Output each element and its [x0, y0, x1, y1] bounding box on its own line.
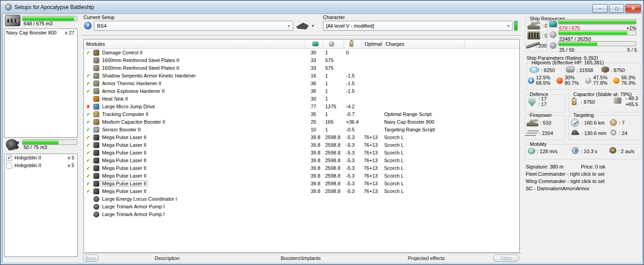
module-row[interactable]: ✔Mega Pulse Laser II39.82598.8-5.376+13S…	[84, 134, 519, 141]
module-cpu: 33	[311, 65, 316, 71]
module-row[interactable]: ✔Mega Pulse Laser II39.82598.8-5.376+13S…	[84, 149, 519, 157]
module-row[interactable]: Heat Sink II301	[84, 95, 519, 103]
module-name: Damage Control II	[101, 50, 143, 55]
fleet-commander-text[interactable]: Fleet Commander - right click to set	[526, 171, 605, 177]
titlebar[interactable]: Setups for Apocalypse Battleship — ▢ ✕	[1, 1, 643, 14]
fitted-check-icon: ✔	[86, 181, 90, 187]
module-row[interactable]: ✔Mega Pulse Laser II39.82598.8-5.376+13S…	[84, 180, 519, 188]
sensor-strength-value: : 24	[619, 130, 627, 136]
capacitor-amount-value: : 8750	[581, 99, 595, 105]
module-row[interactable]: 1600mm Reinforced Steel Plates II33575	[84, 64, 519, 72]
pulse-laser-icon	[93, 150, 99, 156]
capacitor-column-icon[interactable]	[350, 41, 353, 47]
module-cpu: 35	[311, 111, 316, 117]
combo-arrow-icon[interactable]: ▼	[505, 22, 512, 30]
drone-item[interactable]: ✔Hobgoblin IIx 5	[5, 154, 77, 162]
module-row[interactable]: Large Trimark Armor Pump I	[84, 211, 519, 218]
tab-projected-effects[interactable]: Projected effects	[408, 255, 445, 261]
character-label: Character	[323, 14, 345, 20]
armor-hp-icon	[566, 67, 575, 72]
module-cap-use: -5.3	[346, 173, 355, 178]
powergrid-column-icon[interactable]	[329, 41, 334, 47]
module-row[interactable]: ✔Mega Pulse Laser II39.82598.8-5.376+13S…	[84, 157, 519, 164]
module-row[interactable]: ✔Damage Control II3010	[84, 49, 519, 57]
stats-button[interactable]: Stats	[493, 255, 519, 262]
current-setup-label: Current Setup	[83, 14, 114, 20]
module-cap-use: -5.3	[346, 188, 355, 194]
module-name: Large Trimark Armor Pump I	[101, 212, 166, 217]
module-optimal: 76+13	[364, 181, 378, 186]
scan-resolution-value: : 130.6 mm	[581, 130, 606, 136]
drone-list[interactable]: ✔Hobgoblin IIx 5Hobgoblin IIx 5	[4, 154, 78, 257]
capacitor-drain-value: - 48.3	[625, 96, 638, 101]
tab-description[interactable]: Description	[155, 255, 180, 261]
cpu-column-icon[interactable]	[312, 42, 318, 46]
cargo-item[interactable]: Navy Cap Booster 800x 27	[5, 29, 77, 37]
module-row[interactable]: ✔Mega Pulse Laser II39.82598.8-5.376+13S…	[84, 141, 519, 149]
module-row[interactable]: 1600mm Reinforced Steel Plates II33575	[84, 57, 519, 64]
module-row[interactable]: ✔Tracking Computer II351-0.7Optimal Rang…	[84, 111, 519, 118]
checkbox-checked[interactable]: ✔	[6, 155, 12, 161]
combo-arrow-icon[interactable]: ▼	[285, 22, 293, 30]
targeting-title: Targeting	[572, 112, 595, 118]
cargo-list[interactable]: Navy Cap Booster 800x 27	[4, 29, 78, 138]
tab-boosters-implants[interactable]: Boosters\Implants	[281, 255, 321, 261]
module-row[interactable]: Large Trimark Armor Pump I	[84, 203, 519, 211]
optimal-column-header[interactable]: Optimal	[365, 41, 382, 47]
module-cap-use: -0.7	[346, 111, 355, 117]
module-row[interactable]: ✔Medium Capacitor Booster II25165+36.4Na…	[84, 118, 519, 126]
hull-hp-value: : 8750	[611, 67, 625, 73]
kinetic-resist-icon	[585, 77, 591, 84]
bays-button[interactable]: Bays	[83, 255, 99, 262]
cap-booster-icon	[93, 119, 99, 125]
targeting-range-value: : 160.6 km	[581, 120, 605, 125]
capacitor-amount-icon	[572, 98, 576, 105]
max-targets-icon	[610, 119, 617, 126]
module-name: Large Energy Locus Coordinator I	[101, 196, 178, 202]
module-row[interactable]: ✔Armor Thermic Hardener II361-1.5	[84, 80, 519, 87]
module-powergrid: 2598.8	[325, 181, 341, 186]
fitted-check-icon: ✔	[86, 135, 90, 140]
help-icon[interactable]: ?	[84, 22, 92, 29]
rig-icon	[93, 196, 99, 202]
module-row[interactable]: ✔Armor Explosive Hardener II361-1.5	[84, 87, 519, 95]
module-row[interactable]: Large Energy Locus Coordinator I	[84, 195, 519, 203]
hitpoints-title: Hitpoints (Effective HP: 165,381)	[530, 60, 605, 65]
drone-item[interactable]: Hobgoblin IIx 5	[5, 162, 77, 169]
explosive-resist-shield: 56.3%	[621, 75, 635, 80]
ship-browser-arrow-icon[interactable]: ▼	[311, 24, 315, 28]
fitted-check-icon: ✔	[86, 88, 90, 94]
module-optimal: 76+13	[364, 135, 378, 140]
module-name: Mega Pulse Laser II	[101, 188, 147, 194]
module-row[interactable]: ✔Mega Pulse Laser II39.82598.8-5.376+13S…	[84, 188, 519, 195]
module-optimal: 76+13	[364, 158, 378, 163]
fitted-check-icon: ✔	[86, 73, 90, 79]
module-cpu: 39.8	[311, 173, 320, 178]
checkbox-unchecked[interactable]	[6, 163, 12, 169]
module-row[interactable]: ✔Mega Pulse Laser II39.82598.8-5.376+13S…	[84, 172, 519, 180]
module-charge: Scorch L	[384, 165, 404, 171]
module-cpu: 16	[311, 73, 316, 78]
modules-table-header[interactable]: Modules Optimal Charges	[84, 39, 519, 49]
charges-column-header[interactable]: Charges	[385, 41, 405, 47]
close-button[interactable]: ✕	[625, 4, 641, 13]
modules-column-header[interactable]: Modules	[86, 41, 105, 47]
cargo-capacity-label: 648 / 675 m3	[24, 21, 53, 26]
module-row[interactable]: ✘Large Micro Jump Drive771375-4.2	[84, 103, 519, 111]
module-cap-use: 0	[346, 50, 349, 55]
minimize-button[interactable]: —	[592, 4, 608, 13]
module-row[interactable]: ✔Sensor Booster II101-0.5Targeting Range…	[84, 126, 519, 134]
maximize-button[interactable]: ▢	[609, 4, 624, 13]
armor-hardener-icon	[93, 73, 99, 79]
em-resist-icon	[528, 77, 534, 84]
calibration-bar	[558, 41, 636, 46]
wing-commander-text[interactable]: Wing Commander - right click to set	[526, 178, 605, 184]
window-title: Setups for Apocalypse Battleship	[15, 4, 94, 10]
module-row[interactable]: ✔Mega Pulse Laser II39.82598.8-5.376+13S…	[84, 164, 519, 172]
character-combobox[interactable]: [All level V - modified] ▼	[323, 21, 513, 31]
drone-item-name: Hobgoblin II	[15, 163, 41, 168]
module-row[interactable]: ✔Shadow Serpentis Armor Kinetic Hardener…	[84, 72, 519, 80]
setup-combobox[interactable]: BS4 ▼	[94, 21, 293, 31]
module-cpu: 77	[311, 104, 316, 109]
module-powergrid: 1	[325, 96, 328, 101]
